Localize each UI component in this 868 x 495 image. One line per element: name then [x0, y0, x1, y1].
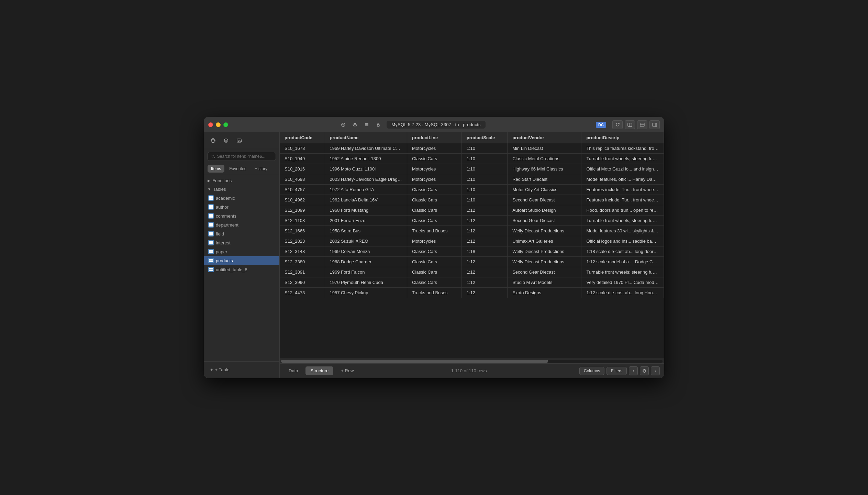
cell-productName-11[interactable]: 1968 Dodge Charger [325, 257, 407, 267]
cell-productLine-9[interactable]: Motorcycles [407, 236, 462, 246]
cell-productCode-2[interactable]: S10_2016 [280, 164, 325, 174]
cell-productScale-13[interactable]: 1:12 [461, 277, 507, 288]
cell-productName-8[interactable]: 1958 Setra Bus [325, 226, 407, 236]
cell-productScale-2[interactable]: 1:10 [461, 164, 507, 174]
layout-right-icon[interactable] [649, 120, 660, 129]
col-header-productScale[interactable]: productScale [461, 132, 507, 143]
cell-productCode-4[interactable]: S10_4757 [280, 185, 325, 195]
cell-productDescrip-8[interactable]: Model features 30 wi... skylights & glar… [581, 226, 664, 236]
cell-productScale-8[interactable]: 1:12 [461, 226, 507, 236]
add-row-btn[interactable]: + Row [336, 366, 358, 375]
cell-productCode-5[interactable]: S10_4962 [280, 195, 325, 205]
minimize-button[interactable] [216, 122, 221, 127]
next-page-button[interactable]: › [651, 366, 660, 375]
table-row[interactable]: S12_16661958 Setra BusTrucks and Buses1:… [280, 226, 664, 236]
table-row[interactable]: S12_44731957 Chevy PickupTrucks and Buse… [280, 288, 664, 298]
cell-productVendor-7[interactable]: Second Gear Diecast [508, 216, 581, 226]
table-row[interactable]: S12_11082001 Ferrari EnzoClassic Cars1:1… [280, 216, 664, 226]
cell-productScale-12[interactable]: 1:12 [461, 267, 507, 277]
table-row[interactable]: S12_28232002 Suzuki XREOMotorcycles1:12U… [280, 236, 664, 246]
sidebar-item-interest[interactable]: interest [204, 238, 279, 247]
cell-productScale-7[interactable]: 1:12 [461, 216, 507, 226]
cell-productVendor-10[interactable]: Welly Diecast Productions [508, 246, 581, 257]
layout-center-icon[interactable] [637, 120, 647, 129]
cell-productLine-7[interactable]: Classic Cars [407, 216, 462, 226]
cell-productLine-14[interactable]: Trucks and Buses [407, 288, 462, 298]
cell-productLine-6[interactable]: Classic Cars [407, 205, 462, 216]
cell-productDescrip-0[interactable]: This replica features kickstand, front s… [581, 143, 664, 154]
cell-productVendor-8[interactable]: Welly Diecast Productions [508, 226, 581, 236]
tab-structure[interactable]: Structure [305, 366, 333, 375]
cell-productName-10[interactable]: 1969 Corvair Monza [325, 246, 407, 257]
cell-productScale-1[interactable]: 1:10 [461, 154, 507, 164]
columns-button[interactable]: Columns [579, 367, 604, 375]
cell-productCode-13[interactable]: S12_3990 [280, 277, 325, 288]
sidebar-item-paper[interactable]: paper [204, 247, 279, 256]
data-table-container[interactable]: productCode productName productLine prod… [280, 132, 664, 359]
connection-nav-icon[interactable] [208, 135, 219, 146]
cell-productVendor-2[interactable]: Highway 66 Mini Classics [508, 164, 581, 174]
cell-productScale-14[interactable]: 1:12 [461, 288, 507, 298]
sidebar-item-products[interactable]: products [204, 256, 279, 265]
table-row[interactable]: S10_49621962 LanciaA Delta 16VClassic Ca… [280, 195, 664, 205]
table-row[interactable]: S10_46982003 Harley-Davidson Eagle Drag … [280, 174, 664, 185]
cell-productCode-14[interactable]: S12_4473 [280, 288, 325, 298]
cell-productLine-10[interactable]: Classic Cars [407, 246, 462, 257]
table-row[interactable]: S12_10991968 Ford MustangClassic Cars1:1… [280, 205, 664, 216]
cell-productName-3[interactable]: 2003 Harley-Davidson Eagle Drag Bike [325, 174, 407, 185]
list-icon[interactable] [362, 120, 371, 130]
cell-productLine-0[interactable]: Motorcycles [407, 143, 462, 154]
cell-productLine-5[interactable]: Classic Cars [407, 195, 462, 205]
sidebar-item-academic[interactable]: academic [204, 194, 279, 202]
table-row[interactable]: S12_33801968 Dodge ChargerClassic Cars1:… [280, 257, 664, 267]
cell-productName-12[interactable]: 1969 Ford Falcon [325, 267, 407, 277]
tab-items[interactable]: Items [208, 165, 224, 173]
tab-data[interactable]: Data [284, 366, 303, 375]
prev-page-button[interactable]: ‹ [629, 366, 638, 375]
cell-productDescrip-14[interactable]: 1:12 scale die-cast ab... long Hood open… [581, 288, 664, 298]
cell-productLine-11[interactable]: Classic Cars [407, 257, 462, 267]
cell-productVendor-1[interactable]: Classic Metal Creations [508, 154, 581, 164]
cell-productCode-9[interactable]: S12_2823 [280, 236, 325, 246]
connection-icon[interactable] [338, 120, 348, 130]
cell-productScale-10[interactable]: 1:18 [461, 246, 507, 257]
refresh-icon[interactable] [612, 120, 623, 129]
col-header-productDescrip[interactable]: productDescrip [581, 132, 664, 143]
database-icon[interactable] [221, 135, 232, 146]
sidebar-item-field[interactable]: field [204, 229, 279, 238]
cell-productDescrip-2[interactable]: Official Moto Guzzi lo... and insignias,… [581, 164, 664, 174]
cell-productScale-0[interactable]: 1:10 [461, 143, 507, 154]
table-row[interactable]: S10_16781969 Harley Davidson Ultimate Ch… [280, 143, 664, 154]
cell-productVendor-6[interactable]: Autoart Studio Design [508, 205, 581, 216]
sidebar-item-untitled[interactable]: untitled_table_8 [204, 265, 279, 274]
cell-productLine-12[interactable]: Classic Cars [407, 267, 462, 277]
add-table-button[interactable]: + + Table [208, 365, 276, 374]
table-row[interactable]: S12_38911969 Ford FalconClassic Cars1:12… [280, 267, 664, 277]
cell-productDescrip-6[interactable]: Hood, doors and trun... open to reveal h… [581, 205, 664, 216]
cell-productLine-2[interactable]: Motorcycles [407, 164, 462, 174]
section-functions[interactable]: ▶ Functions [204, 176, 279, 185]
cell-productDescrip-1[interactable]: Turnable front wheels; steering function… [581, 154, 664, 164]
cell-productCode-3[interactable]: S10_4698 [280, 174, 325, 185]
cell-productScale-4[interactable]: 1:10 [461, 185, 507, 195]
cell-productLine-3[interactable]: Motorcycles [407, 174, 462, 185]
cell-productVendor-4[interactable]: Motor City Art Classics [508, 185, 581, 195]
tab-history[interactable]: History [251, 165, 271, 173]
cell-productVendor-0[interactable]: Min Lin Diecast [508, 143, 581, 154]
cell-productName-7[interactable]: 2001 Ferrari Enzo [325, 216, 407, 226]
cell-productName-5[interactable]: 1962 LanciaA Delta 16V [325, 195, 407, 205]
table-row[interactable]: S12_31481969 Corvair MonzaClassic Cars1:… [280, 246, 664, 257]
settings-button[interactable]: ⚙ [640, 366, 649, 375]
scrollbar-thumb[interactable] [281, 360, 548, 363]
cell-productScale-6[interactable]: 1:12 [461, 205, 507, 216]
cell-productName-4[interactable]: 1972 Alfa Romeo GTA [325, 185, 407, 195]
cell-productVendor-11[interactable]: Welly Diecast Productions [508, 257, 581, 267]
cell-productDescrip-10[interactable]: 1:18 scale die-cast ab... long doors ope… [581, 246, 664, 257]
cell-productScale-11[interactable]: 1:12 [461, 257, 507, 267]
cell-productScale-9[interactable]: 1:12 [461, 236, 507, 246]
cell-productName-2[interactable]: 1996 Moto Guzzi 1100i [325, 164, 407, 174]
cell-productCode-12[interactable]: S12_3891 [280, 267, 325, 277]
table-row[interactable]: S10_19491952 Alpine Renault 1300Classic … [280, 154, 664, 164]
cell-productName-13[interactable]: 1970 Plymouth Hemi Cuda [325, 277, 407, 288]
cell-productName-6[interactable]: 1968 Ford Mustang [325, 205, 407, 216]
